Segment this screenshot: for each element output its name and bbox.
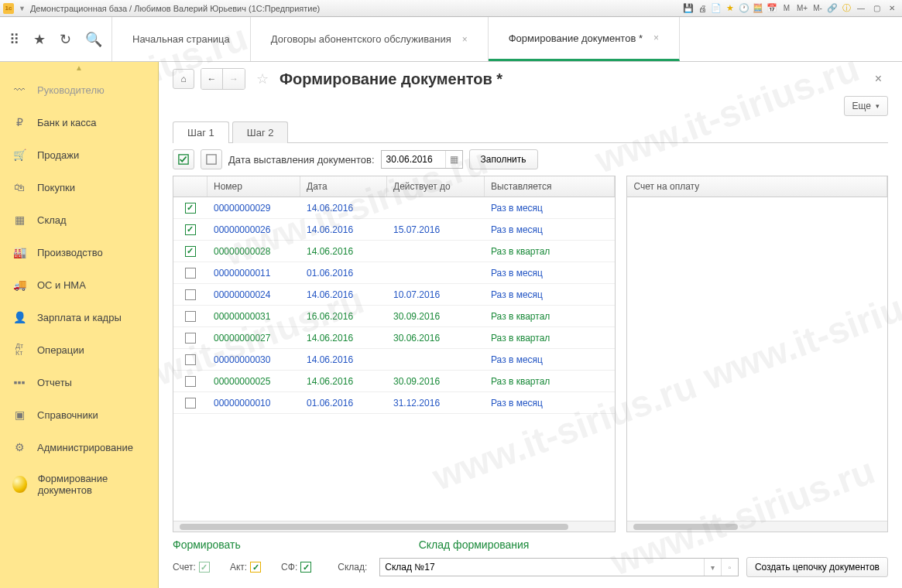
toolbar-info-icon[interactable]: ⓘ	[840, 2, 852, 15]
header-date[interactable]: Дата	[300, 176, 387, 197]
row-checkbox[interactable]	[185, 354, 196, 365]
bottom-form: Формировать Склад формирования Счет: Акт…	[159, 532, 902, 588]
schet-label: Счет:	[173, 562, 196, 573]
row-checkbox[interactable]	[185, 268, 196, 279]
sidebar-item-salary[interactable]: 👤Зарплата и кадры	[0, 301, 158, 333]
table-row[interactable]: 00000000031 16.06.2016 30.09.2016 Раз в …	[173, 306, 615, 327]
create-chain-button[interactable]: Создать цепочку документов	[746, 557, 888, 577]
header-freq[interactable]: Выставляется	[485, 176, 615, 197]
sidebar-item-forming-docs[interactable]: Формирование документов	[0, 463, 158, 505]
header-valid[interactable]: Действует до	[387, 176, 485, 197]
toolbar-star-icon[interactable]: ★	[724, 2, 736, 15]
top-strip: ⠿ ★ ↻ 🔍 Начальная страница Договоры абон…	[0, 17, 902, 62]
akt-checkbox[interactable]	[250, 562, 261, 573]
close-icon[interactable]: ×	[462, 34, 468, 45]
sidebar-item-reports[interactable]: ▪▪▪Отчеты	[0, 366, 158, 398]
window-minimize[interactable]: —	[854, 2, 868, 15]
basket-icon: 🛍	[12, 180, 26, 194]
row-checkbox[interactable]	[185, 311, 196, 322]
sidebar-item-sales[interactable]: 🛒Продажи	[0, 138, 158, 171]
chart-icon: 〰	[12, 83, 26, 97]
table-row[interactable]: 00000000029 14.06.2016 Раз в месяц	[173, 197, 615, 219]
toolbar-calc-icon[interactable]: 🧮	[752, 2, 764, 15]
fill-button[interactable]: Заполнить	[469, 149, 538, 169]
calendar-icon[interactable]: ▦	[445, 151, 462, 168]
sidebar-item-label: Администрирование	[37, 442, 133, 453]
table-row[interactable]: 00000000027 14.06.2016 30.06.2016 Раз в …	[173, 327, 615, 349]
mem-mplus[interactable]: M+	[795, 2, 809, 15]
mem-m[interactable]: M	[780, 2, 794, 15]
sidebar-item-bank[interactable]: ₽Банк и касса	[0, 106, 158, 138]
search-icon[interactable]: 🔍	[85, 31, 102, 48]
toolbar-link-icon[interactable]: 🔗	[826, 2, 839, 15]
sidebar-item-admin[interactable]: ⚙Администрирование	[0, 431, 158, 463]
sidebar-item-label: Зарплата и кадры	[37, 312, 122, 323]
sidebar-item-label: Продажи	[37, 149, 79, 161]
table-row[interactable]: 00000000025 14.06.2016 30.09.2016 Раз в …	[173, 371, 615, 392]
toolbar-calendar-icon[interactable]: 📅	[766, 2, 778, 15]
home-button[interactable]: ⌂	[173, 69, 194, 89]
table-row[interactable]: 00000000011 01.06.2016 Раз в месяц	[173, 262, 615, 284]
sidebar-item-operations[interactable]: ДтКтОперации	[0, 333, 158, 366]
window-close[interactable]: ✕	[885, 2, 899, 15]
toolbar-print-icon[interactable]: 🖨	[696, 2, 708, 15]
nav-forward-button[interactable]: →	[223, 69, 245, 89]
sidebar-scroll-up-icon[interactable]: ▲	[0, 62, 158, 74]
mem-mminus[interactable]: M-	[811, 2, 825, 15]
row-checkbox[interactable]	[185, 398, 196, 409]
sklad-input[interactable]	[380, 559, 704, 576]
sidebar-item-warehouse[interactable]: ▦Склад	[0, 203, 158, 236]
cell-frequency: Раз в месяц	[485, 350, 615, 369]
page-close-button[interactable]: ×	[869, 69, 888, 89]
row-checkbox[interactable]	[185, 289, 196, 300]
deselect-all-button[interactable]	[201, 149, 222, 169]
more-button[interactable]: Еще▾	[844, 96, 888, 116]
sf-checkbox[interactable]	[300, 562, 311, 573]
combo-open-icon[interactable]: ▫	[721, 559, 738, 576]
table-row[interactable]: 00000000028 14.06.2016 Раз в квартал	[173, 241, 615, 262]
select-all-button[interactable]	[173, 149, 194, 169]
row-checkbox[interactable]	[185, 376, 196, 387]
toolbar-save-icon[interactable]: 💾	[682, 2, 695, 15]
date-input[interactable]: ▦	[381, 150, 463, 169]
toolbar-clock-icon[interactable]: 🕐	[738, 2, 750, 15]
apps-icon[interactable]: ⠿	[9, 31, 19, 48]
combo-dropdown-icon[interactable]: ▾	[704, 559, 721, 576]
table-row[interactable]: 00000000010 01.06.2016 31.12.2016 Раз в …	[173, 392, 615, 414]
row-checkbox[interactable]	[185, 224, 196, 235]
favorite-star-icon[interactable]: ☆	[256, 70, 269, 87]
sidebar-item-production[interactable]: 🏭Производство	[0, 236, 158, 268]
step1-tab[interactable]: Шаг 1	[173, 121, 229, 143]
history-icon[interactable]: ↻	[60, 31, 71, 48]
horizontal-scrollbar[interactable]	[627, 521, 887, 532]
sidebar-item-label: Справочники	[37, 409, 98, 421]
header-number[interactable]: Номер	[207, 176, 300, 197]
horizontal-scrollbar[interactable]	[173, 521, 615, 532]
row-checkbox[interactable]	[185, 246, 196, 257]
sidebar-item-purchases[interactable]: 🛍Покупки	[0, 171, 158, 203]
table-row[interactable]: 00000000026 14.06.2016 15.07.2016 Раз в …	[173, 219, 615, 241]
date-field[interactable]	[382, 151, 445, 168]
row-checkbox[interactable]	[185, 203, 196, 214]
table-row[interactable]: 00000000030 14.06.2016 Раз в месяц	[173, 349, 615, 371]
sidebar-item-director[interactable]: 〰Руководителю	[0, 74, 158, 106]
dtkt-icon: ДтКт	[12, 343, 26, 357]
sidebar-item-label: Склад	[37, 214, 67, 226]
nav-back-button[interactable]: ←	[201, 69, 223, 89]
tab-start-page[interactable]: Начальная страница	[112, 17, 251, 61]
document-tabs: Начальная страница Договоры абонентского…	[112, 17, 680, 61]
step2-tab[interactable]: Шаг 2	[232, 121, 289, 143]
tab-contracts[interactable]: Договоры абонентского обслуживания ×	[251, 17, 489, 61]
sidebar-item-refs[interactable]: ▣Справочники	[0, 398, 158, 431]
row-checkbox[interactable]	[185, 333, 196, 344]
header-invoice[interactable]: Счет на оплату	[627, 176, 887, 197]
toolbar-doc-icon[interactable]: 📄	[710, 2, 722, 15]
favorites-icon[interactable]: ★	[33, 31, 46, 48]
window-maximize[interactable]: ▢	[869, 2, 883, 15]
table-row[interactable]: 00000000024 14.06.2016 10.07.2016 Раз в …	[173, 284, 615, 306]
dropdown-icon[interactable]: ▼	[19, 5, 26, 12]
tab-forming-docs[interactable]: Формирование документов * ×	[489, 17, 680, 61]
close-icon[interactable]: ×	[653, 32, 659, 43]
sklad-combo[interactable]: ▾ ▫	[379, 558, 739, 576]
sidebar-item-os-nma[interactable]: 🚚ОС и НМА	[0, 268, 158, 301]
